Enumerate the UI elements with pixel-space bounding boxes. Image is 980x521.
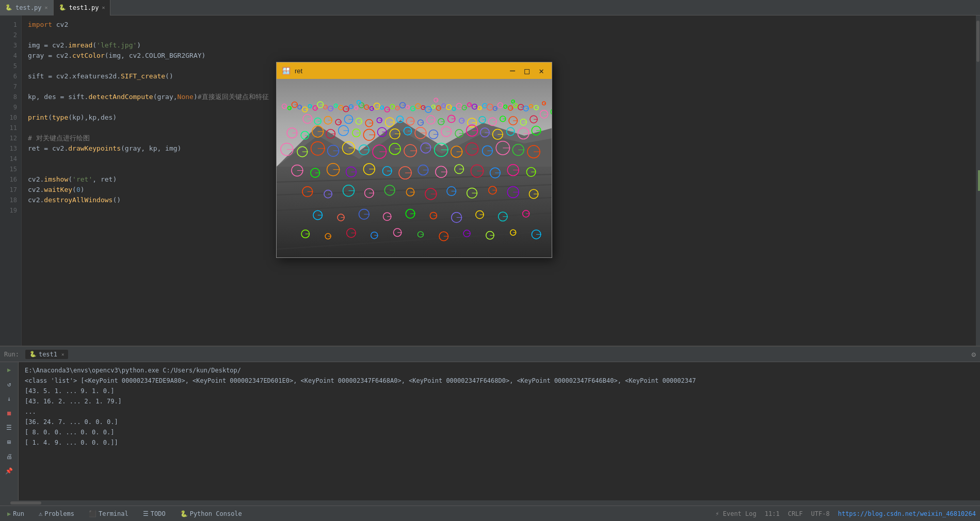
popup-close-button[interactable]: ✕ (536, 66, 547, 76)
run-bottom-label: Run (13, 510, 24, 517)
run-tab-icon: 🐍 (29, 351, 37, 357)
run-header: Run: 🐍 test1 ✕ ⚙ (0, 347, 980, 362)
code-line-2 (28, 30, 974, 40)
line-num-11: 11 (0, 123, 17, 133)
event-log-link[interactable]: ⚡ Event Log (715, 510, 756, 517)
url-link[interactable]: https://blog.csdn.net/weixin_46810264 (838, 510, 976, 517)
run-stop-button[interactable]: ■ (4, 408, 15, 419)
python-console-icon: 🐍 (180, 510, 188, 517)
output-line-4: ... (25, 406, 974, 417)
console-hscroll-thumb[interactable] (10, 501, 41, 504)
run-panel: Run: 🐍 test1 ✕ ⚙ ▶ ↺ ↓ ■ ☰ ⊞ 🖨 📌 E:\Anac… (0, 346, 980, 506)
problems-icon: ⚠ (39, 510, 42, 517)
close-icon-test[interactable]: ✕ (45, 5, 48, 10)
console-output[interactable]: E:\Anaconda3\envs\opencv3\python.exe C:/… (19, 362, 980, 451)
todo-button[interactable]: ☰ TODO (140, 509, 169, 518)
run-list-button[interactable]: ☰ (4, 422, 15, 433)
run-tab-close[interactable]: ✕ (61, 352, 64, 357)
run-tab[interactable]: 🐍 test1 ✕ (25, 350, 69, 359)
line-num-3: 3 (0, 40, 17, 51)
problems-label: Problems (44, 510, 74, 517)
tab-test1-py[interactable]: 🐍 test1.py ✕ (54, 0, 111, 15)
run-scroll-down-button[interactable]: ↓ (4, 393, 15, 404)
code-line-3: img = cv2.imread('left.jpg') (28, 40, 974, 51)
line-num-7: 7 (0, 82, 17, 92)
todo-icon: ☰ (143, 510, 149, 517)
line-num-16: 16 (0, 174, 17, 185)
terminal-button[interactable]: ⬛ Terminal (86, 509, 132, 518)
terminal-label: Terminal (99, 510, 128, 517)
todo-label: TODO (151, 510, 166, 517)
line-num-1: 1 (0, 20, 17, 30)
popup-title: ret (295, 67, 503, 75)
line-num-12: 12 (0, 133, 17, 143)
bottom-bar: ▶ Run ⚠ Problems ⬛ Terminal ☰ TODO 🐍 Pyt… (0, 506, 980, 521)
run-label: Run: (4, 351, 19, 358)
run-icon: ▶ (7, 510, 11, 517)
run-sidebar: ▶ ↺ ↓ ■ ☰ ⊞ 🖨 📌 (0, 362, 19, 500)
line-num-15: 15 (0, 164, 17, 174)
run-print-button[interactable]: 🖨 (4, 451, 15, 462)
python-console-button[interactable]: 🐍 Python Console (177, 509, 245, 518)
code-line-4: gray = cv2.cvtColor(img, cv2.COLOR_BGR2G… (28, 51, 974, 61)
line-num-10: 10 (0, 112, 17, 123)
gear-icon[interactable]: ⚙ (972, 350, 976, 359)
cursor-position: 11:1 (765, 510, 780, 517)
output-line-0: E:\Anaconda3\envs\opencv3\python.exe C:/… (25, 365, 974, 376)
close-icon-test1[interactable]: ✕ (102, 5, 105, 10)
line-num-8: 8 (0, 92, 17, 102)
encoding: UTF-8 (811, 510, 830, 517)
output-line-2: [43. 5. 1. ... 9. 1. 0.] (25, 386, 974, 396)
run-bottom-button[interactable]: ▶ Run (4, 509, 27, 518)
line-num-19: 19 (0, 205, 17, 216)
code-line-1: import cv2 (28, 20, 974, 30)
line-num-5: 5 (0, 61, 17, 71)
console-hscroll[interactable] (0, 500, 980, 506)
python-console-label: Python Console (190, 510, 242, 517)
run-pin-button[interactable]: 📌 (4, 465, 15, 477)
run-play-button[interactable]: ▶ (4, 364, 15, 376)
run-tab-label: test1 (39, 351, 57, 358)
editor-scrollbar-thumb[interactable] (976, 21, 979, 62)
line-num-17: 17 (0, 185, 17, 195)
run-rerun-button[interactable]: ↺ (4, 379, 15, 390)
output-line-6: [ 8. 0. 0. ... 0. 0. 0.] (25, 427, 974, 437)
run-settings-button[interactable]: ⊞ (4, 436, 15, 448)
line-num-14: 14 (0, 154, 17, 164)
popup-window-icon: 🪟 (282, 67, 291, 75)
popup-minimize-button[interactable]: ─ (507, 66, 518, 76)
popup-window[interactable]: 🪟 ret ─ □ ✕ (276, 62, 552, 258)
bottom-right-info: ⚡ Event Log 11:1 CRLF UTF-8 https://blog… (715, 510, 976, 517)
line-num-18: 18 (0, 195, 17, 205)
output-line-1: <class 'list'> [<KeyPoint 000002347EDE9A… (25, 376, 974, 386)
line-num-13: 13 (0, 143, 17, 154)
line-num-4: 4 (0, 51, 17, 61)
popup-titlebar: 🪟 ret ─ □ ✕ (277, 62, 552, 79)
terminal-icon: ⬛ (89, 510, 97, 517)
tab-icon-test1: 🐍 (59, 4, 66, 11)
status-indicator (978, 170, 980, 191)
tab-label-test: test.py (15, 4, 42, 11)
output-line-3: [43. 16. 2. ... 2. 1. 79.] (25, 396, 974, 406)
line-endings: CRLF (788, 510, 803, 517)
line-num-2: 2 (0, 30, 17, 40)
run-toolbar: ▶ ↺ ↓ ■ ☰ ⊞ 🖨 📌 E:\Anaconda3\envs\opencv… (0, 362, 980, 500)
line-num-6: 6 (0, 71, 17, 82)
output-line-5: [36. 24. 7. ... 0. 0. 0.] (25, 417, 974, 427)
line-numbers: 1 2 3 4 5 6 7 8 9 10 11 12 13 14 15 16 1… (0, 15, 22, 346)
tab-icon-test: 🐍 (5, 4, 12, 11)
problems-button[interactable]: ⚠ Problems (36, 509, 77, 518)
tab-label-test1: test1.py (69, 4, 99, 11)
line-num-9: 9 (0, 102, 17, 112)
popup-maximize-button[interactable]: □ (522, 66, 532, 76)
tab-test-py[interactable]: 🐍 test.py ✕ (0, 0, 54, 15)
popup-image-content (277, 79, 552, 257)
tab-bar: 🐍 test.py ✕ 🐍 test1.py ✕ (0, 0, 980, 15)
output-line-7: [ 1. 4. 9. ... 0. 0. 0.]] (25, 437, 974, 448)
